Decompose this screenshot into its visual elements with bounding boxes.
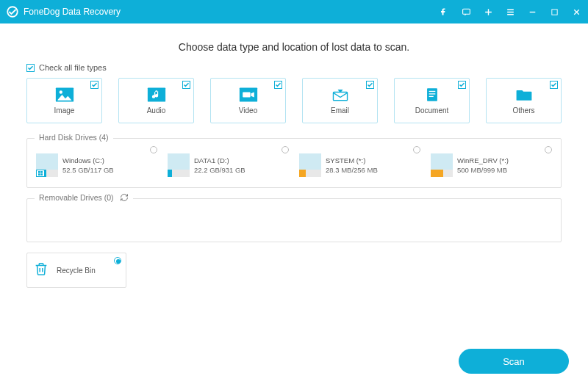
drive-item[interactable]: WinRE_DRV (*:)500 MB/999 MB bbox=[431, 148, 552, 177]
type-label: Email bbox=[331, 106, 349, 115]
svg-rect-14 bbox=[40, 171, 43, 173]
scan-button-label: Scan bbox=[503, 356, 525, 367]
plus-icon[interactable] bbox=[482, 6, 494, 18]
menu-icon[interactable] bbox=[504, 6, 516, 18]
drive-icon bbox=[431, 153, 453, 177]
svg-rect-1 bbox=[462, 9, 470, 14]
checkbox-icon bbox=[550, 81, 558, 89]
video-icon bbox=[239, 87, 258, 103]
facebook-icon[interactable] bbox=[438, 6, 450, 18]
checkbox-icon bbox=[182, 81, 190, 89]
svg-rect-2 bbox=[551, 9, 556, 14]
minimize-icon[interactable] bbox=[526, 6, 538, 18]
type-card-audio[interactable]: Audio bbox=[118, 78, 194, 123]
svg-rect-13 bbox=[38, 171, 40, 173]
drive-name: WinRE_DRV (*:) bbox=[457, 156, 509, 165]
maximize-icon[interactable] bbox=[548, 6, 560, 18]
checkbox-icon bbox=[458, 81, 466, 89]
document-icon bbox=[423, 87, 442, 103]
radio-selected-icon bbox=[114, 257, 121, 264]
drive-icon bbox=[299, 153, 321, 177]
type-card-image[interactable]: Image bbox=[26, 78, 102, 123]
svg-rect-15 bbox=[38, 173, 40, 175]
type-label: Image bbox=[54, 106, 75, 115]
svg-rect-8 bbox=[333, 93, 347, 101]
svg-rect-10 bbox=[429, 91, 435, 92]
radio-icon bbox=[413, 146, 420, 153]
scan-button[interactable]: Scan bbox=[459, 349, 569, 374]
recycle-bin-label: Recycle Bin bbox=[57, 267, 96, 275]
type-card-video[interactable]: Video bbox=[210, 78, 286, 123]
close-icon[interactable] bbox=[570, 6, 582, 18]
checkbox-icon bbox=[366, 81, 374, 89]
checkbox-icon bbox=[274, 81, 282, 89]
drive-name: SYSTEM (*:) bbox=[326, 156, 378, 165]
drive-icon bbox=[168, 153, 190, 177]
type-card-others[interactable]: Others bbox=[486, 78, 562, 123]
hard-disk-section: Hard Disk Drives (4) Windows (C:)52.5 GB… bbox=[26, 138, 562, 188]
svg-point-0 bbox=[7, 7, 18, 17]
app-title: FoneDog Data Recovery bbox=[24, 7, 438, 17]
drive-item[interactable]: Windows (C:)52.5 GB/117 GB bbox=[36, 148, 157, 177]
app-logo-icon bbox=[6, 5, 19, 18]
type-label: Others bbox=[512, 106, 534, 115]
type-card-email[interactable]: Email bbox=[302, 78, 378, 123]
feedback-icon[interactable] bbox=[460, 6, 472, 18]
svg-rect-11 bbox=[429, 93, 435, 94]
drive-name: DATA1 (D:) bbox=[194, 156, 245, 165]
svg-rect-12 bbox=[429, 96, 433, 97]
radio-icon bbox=[282, 146, 289, 153]
svg-rect-9 bbox=[427, 88, 437, 101]
page-heading: Choose data type and location of lost da… bbox=[26, 41, 562, 53]
svg-rect-16 bbox=[40, 173, 43, 175]
check-all-label: Check all file types bbox=[39, 63, 107, 72]
trash-icon bbox=[33, 261, 49, 280]
audio-icon bbox=[147, 87, 166, 103]
checkbox-icon bbox=[26, 64, 35, 72]
drive-item[interactable]: DATA1 (D:)22.2 GB/931 GB bbox=[168, 148, 289, 177]
refresh-icon[interactable] bbox=[120, 193, 129, 202]
drive-name: Windows (C:) bbox=[62, 156, 114, 165]
type-label: Audio bbox=[147, 106, 166, 115]
type-card-document[interactable]: Document bbox=[394, 78, 470, 123]
titlebar: FoneDog Data Recovery bbox=[0, 0, 588, 23]
hdd-section-title: Hard Disk Drives (4) bbox=[35, 133, 113, 142]
email-icon bbox=[331, 87, 350, 103]
drive-item[interactable]: SYSTEM (*:)28.3 MB/256 MB bbox=[299, 148, 420, 177]
check-all-file-types[interactable]: Check all file types bbox=[26, 63, 562, 72]
removable-section: Removable Drives (0) bbox=[26, 198, 562, 242]
recycle-bin-option[interactable]: Recycle Bin bbox=[26, 253, 126, 288]
radio-icon bbox=[545, 146, 552, 153]
type-label: Document bbox=[415, 106, 449, 115]
others-icon bbox=[514, 87, 534, 103]
drive-size: 28.3 MB/256 MB bbox=[326, 165, 378, 175]
drive-size: 22.2 GB/931 GB bbox=[194, 165, 245, 175]
drive-size: 500 MB/999 MB bbox=[457, 165, 509, 175]
svg-rect-7 bbox=[243, 93, 250, 98]
svg-point-4 bbox=[59, 90, 62, 93]
drive-icon bbox=[36, 153, 58, 177]
checkbox-icon bbox=[90, 81, 98, 89]
image-icon bbox=[55, 87, 74, 103]
radio-icon bbox=[150, 146, 157, 153]
removable-section-title: Removable Drives (0) bbox=[39, 193, 114, 202]
drive-size: 52.5 GB/117 GB bbox=[62, 165, 114, 175]
type-label: Video bbox=[239, 106, 257, 115]
